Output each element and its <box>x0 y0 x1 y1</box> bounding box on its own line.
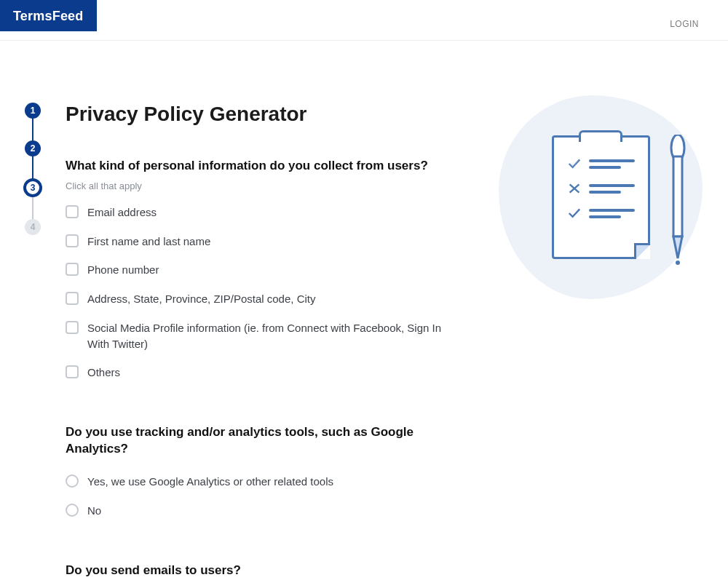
pen-icon <box>668 135 687 269</box>
clipboard-icon <box>552 135 650 259</box>
radio-icon[interactable] <box>66 474 79 488</box>
form-main: Privacy Policy Generator What kind of pe… <box>66 103 473 588</box>
q1-option-phone[interactable]: Phone number <box>66 262 466 278</box>
svg-point-5 <box>676 261 680 265</box>
check-icon <box>567 207 582 219</box>
page-title: Privacy Policy Generator <box>66 103 466 126</box>
option-label: Address, State, Province, ZIP/Postal cod… <box>87 291 315 307</box>
stepper-line <box>32 111 33 235</box>
login-link[interactable]: LOGIN <box>670 0 728 29</box>
checkbox-icon[interactable] <box>66 292 79 305</box>
option-label: Email address <box>87 204 157 220</box>
step-3[interactable]: 3 <box>23 178 42 197</box>
page-content: 1 2 3 4 Privacy Policy Generator What ki… <box>0 41 728 588</box>
illustration-blob <box>499 95 703 299</box>
q1-option-address[interactable]: Address, State, Province, ZIP/Postal cod… <box>66 291 466 307</box>
brand-logo[interactable]: TermsFeed <box>0 0 97 31</box>
step-4: 4 <box>25 219 41 235</box>
q3-title: Do you send emails to users? <box>66 563 466 579</box>
checkbox-icon[interactable] <box>66 205 79 218</box>
checkbox-icon[interactable] <box>66 321 79 334</box>
wizard-stepper: 1 2 3 4 <box>0 103 66 588</box>
q1-option-email[interactable]: Email address <box>66 204 466 220</box>
option-label: Others <box>87 365 120 381</box>
option-label: No <box>87 503 101 519</box>
check-icon <box>567 158 582 170</box>
option-label: Yes, we use Google Analytics or other re… <box>87 474 333 490</box>
svg-marker-4 <box>673 237 682 258</box>
q1-help: Click all that apply <box>66 180 466 191</box>
checkbox-icon[interactable] <box>66 365 79 378</box>
option-label: Phone number <box>87 262 159 278</box>
x-icon <box>567 183 582 194</box>
checkbox-icon[interactable] <box>66 234 79 247</box>
q1-option-social[interactable]: Social Media Profile information (ie. fr… <box>66 320 466 352</box>
q1-option-others[interactable]: Others <box>66 365 466 381</box>
illustration-column <box>473 103 728 588</box>
checkbox-icon[interactable] <box>66 263 79 276</box>
q1-title: What kind of personal information do you… <box>66 158 466 175</box>
q2-option-yes[interactable]: Yes, we use Google Analytics or other re… <box>66 474 466 490</box>
q2-title: Do you use tracking and/or analytics too… <box>66 424 466 458</box>
q2-option-no[interactable]: No <box>66 503 466 519</box>
radio-icon[interactable] <box>66 504 79 517</box>
svg-rect-3 <box>673 156 682 237</box>
q1-option-name[interactable]: First name and last name <box>66 234 466 250</box>
option-label: First name and last name <box>87 234 210 250</box>
option-label: Social Media Profile information (ie. fr… <box>87 320 466 352</box>
top-bar: TermsFeed LOGIN <box>0 0 728 41</box>
step-2[interactable]: 2 <box>25 140 41 156</box>
brand-light: Feed <box>52 9 84 23</box>
brand-strong: Terms <box>13 9 52 23</box>
step-1[interactable]: 1 <box>25 103 41 119</box>
